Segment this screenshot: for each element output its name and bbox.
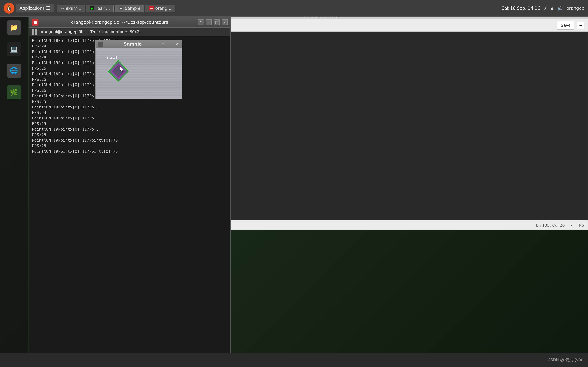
mouse-cursor <box>119 66 125 73</box>
terminal-brand-icon: ■ <box>33 20 37 25</box>
terminal-title-text: orangepi@orangepi5b: ~/Desktop/countours <box>41 20 198 25</box>
terminal-line-17: FPS:25 <box>32 132 227 138</box>
side-dock: 📁 💻 🌐 🌿 <box>0 17 28 367</box>
terminal-title-icon: ■ <box>32 19 38 25</box>
contour-svg <box>106 59 131 84</box>
terminal-win-buttons: ↑ − □ × <box>198 19 227 25</box>
orang-label: orang... <box>155 6 171 11</box>
grid-cell-3 <box>32 32 35 34</box>
terminal-label: Task ... <box>96 6 110 11</box>
terminal-cursor: █ <box>32 155 34 159</box>
gedit-save-button[interactable]: Save <box>557 21 574 30</box>
taskbar-item-sample[interactable]: ▬ Sample <box>115 5 144 12</box>
terminal-subtitle: orangepi@orangepi5b: ~/Desktop/countours… <box>29 27 230 36</box>
vertical-line <box>149 48 149 99</box>
taskbar-item-gedit[interactable]: ✏ exam... <box>57 5 85 12</box>
sample-win-buttons: ↑ − × <box>161 42 179 47</box>
position-dropdown-icon[interactable]: ▾ <box>570 223 572 228</box>
svg-marker-0 <box>120 67 123 72</box>
cursor-svg <box>119 66 125 72</box>
dock-item-water: 🌿 <box>0 82 28 103</box>
sample-window: Sample ↑ − × rect <box>95 40 182 99</box>
terminal-line-14: PointNUM:19Pointx[0]:117Po... <box>32 116 227 121</box>
taskbar: 🐧 Applications ☰ ✏ exam... ▶ Task ... ▬ … <box>0 0 588 17</box>
terminal-up-button[interactable]: ↑ <box>198 19 204 25</box>
terminal-line-19: FPS:25 <box>32 143 227 149</box>
terminal-line-15: FPS:25 <box>32 121 227 127</box>
taskbar-items: ✏ exam... ▶ Task ... ▬ Sample ▬ orang... <box>57 5 175 12</box>
taskbar-right: Sat 16 Sep, 14:16 ⚡ ▲ 🔊 orangep <box>502 6 584 11</box>
desktop: 🐧 Applications ☰ ✏ exam... ▶ Task ... ▬ … <box>0 0 588 367</box>
applications-menu-icon: ☰ <box>46 5 50 11</box>
terminal-line-13: FPS:24 <box>32 110 227 116</box>
bluetooth-icon[interactable]: ⚡ <box>544 6 547 11</box>
username-label: orangep <box>566 6 584 11</box>
taskbar-left: 🐧 Applications ☰ <box>4 3 53 14</box>
dock-item-browser[interactable]: 🌐 <box>0 60 28 82</box>
wifi-icon[interactable]: ▲ <box>551 6 554 11</box>
gedit-label: exam... <box>66 6 81 11</box>
camera-feed: rect <box>96 48 182 99</box>
terminal-close-button[interactable]: × <box>222 19 227 25</box>
terminal-icon: ▶ <box>90 6 94 10</box>
terminal-line-20: PointNUM:19Pointx[0]:117Pointy[0]:70 <box>32 149 227 154</box>
gedit-menu-button[interactable]: ≡ <box>577 22 584 29</box>
applications-label: Applications <box>19 5 45 11</box>
terminal-line-16: PointNUM:19Pointx[0]:117Po... <box>32 127 227 132</box>
ubuntu-logo-icon[interactable]: 🐧 <box>4 3 14 14</box>
volume-icon[interactable]: 🔊 <box>557 6 563 11</box>
bottom-bar: CSDN @ 云消 (yür <box>0 353 588 367</box>
sample-icon: ▬ <box>119 6 123 10</box>
terminal-minimize-button[interactable]: − <box>206 19 212 25</box>
dock-item-terminal[interactable]: 💻 <box>0 38 28 60</box>
terminal-maximize-button[interactable]: □ <box>214 19 220 25</box>
save-label: Save <box>561 23 571 28</box>
sample-content: rect <box>96 48 182 99</box>
grid-cell-2 <box>35 29 37 32</box>
sample-titlebar: Sample ↑ − × <box>96 40 182 48</box>
terminal-dock-icon: 💻 <box>7 42 21 56</box>
taskbar-item-orang[interactable]: ▬ orang... <box>145 5 175 12</box>
clock-display: Sat 16 Sep, 14:16 <box>502 6 540 11</box>
orang-icon: ▬ <box>149 6 154 10</box>
position-label: Ln 135, Col 20 <box>536 223 565 228</box>
sample-title-icon <box>98 42 103 47</box>
diamond-contour <box>106 59 131 84</box>
terminal-line-11: FPS:25 <box>32 99 227 105</box>
terminal-line-18: PointNUM:19Pointx[0]:117Pointy[0]:70 <box>32 138 227 143</box>
gedit-icon: ✏ <box>61 6 64 11</box>
files-icon: 📁 <box>7 20 21 35</box>
grid-cell-1 <box>32 29 35 32</box>
sample-label: Sample <box>125 6 140 11</box>
bottom-bar-text: CSDN @ 云消 (yür <box>548 357 583 363</box>
grid-cell-4 <box>35 32 37 34</box>
terminal-grid-icon <box>32 29 37 34</box>
taskbar-item-terminal[interactable]: ▶ Task ... <box>86 5 114 12</box>
sample-minimize-button[interactable]: − <box>168 42 173 47</box>
sample-up-button[interactable]: ↑ <box>161 42 166 47</box>
terminal-titlebar: ■ orangepi@orangepi5b: ~/Desktop/countou… <box>29 17 230 27</box>
sample-close-button[interactable]: × <box>174 42 179 47</box>
terminal-subtitle-text: orangepi@orangepi5b: ~/Desktop/countours… <box>39 30 142 34</box>
terminal-line-12: PointNUM:19Pointx[0]:117Po... <box>32 105 227 110</box>
terminal-prompt-line: █ <box>32 154 227 160</box>
water-bottle-icon: 🌿 <box>7 85 21 100</box>
menu-icon: ≡ <box>579 23 582 27</box>
sample-title-text: Sample <box>105 42 161 47</box>
dock-item-files[interactable]: 📁 <box>0 17 28 38</box>
browser-icon: 🌐 <box>7 64 21 78</box>
applications-button[interactable]: Applications ☰ <box>16 4 53 12</box>
ins-mode-label: INS <box>578 223 584 228</box>
